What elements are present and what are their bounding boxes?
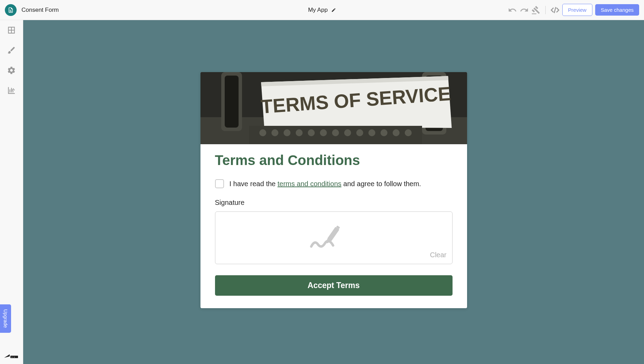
consent-label-prefix: I have read the	[230, 180, 278, 188]
svg-point-14	[284, 129, 290, 136]
page-name: Consent Form	[21, 7, 59, 14]
topbar-center: My App	[308, 7, 336, 14]
preview-button[interactable]: Preview	[562, 4, 592, 16]
consent-checkbox[interactable]	[215, 179, 224, 188]
svg-line-0	[554, 7, 555, 13]
svg-point-20	[356, 129, 363, 136]
signature-box[interactable]: Clear	[215, 211, 453, 264]
svg-point-17	[320, 129, 327, 136]
pencil-icon[interactable]	[331, 8, 336, 12]
divider	[545, 6, 546, 14]
app-name: My App	[308, 7, 328, 14]
clear-signature[interactable]: Clear	[430, 251, 447, 259]
svg-point-12	[259, 129, 266, 136]
topbar-right: Preview Save changes	[508, 4, 639, 16]
consent-label-suffix: and agree to follow them.	[341, 180, 421, 188]
sidebar: Upgrade >_<	[0, 20, 23, 364]
signature-placeholder-icon	[310, 224, 358, 252]
svg-point-18	[332, 129, 339, 136]
form-body: Terms and Conditions I have read the ter…	[200, 144, 467, 308]
hero-image: TERMS OF SERVICE	[200, 72, 467, 144]
form-title: Terms and Conditions	[215, 153, 453, 168]
consent-row: I have read the terms and conditions and…	[215, 179, 453, 188]
svg-rect-25	[327, 227, 339, 241]
svg-text:>_<: >_<	[11, 356, 15, 358]
form-card: TERMS OF SERVICE Terms and Conditions	[200, 72, 467, 308]
svg-marker-1	[4, 354, 10, 358]
signature-label: Signature	[215, 199, 453, 207]
gavel-icon[interactable]	[531, 6, 540, 15]
grid-icon[interactable]	[7, 26, 16, 35]
code-icon[interactable]	[551, 6, 560, 15]
save-button[interactable]: Save changes	[595, 4, 639, 16]
svg-point-22	[381, 129, 387, 136]
topbar-left: Consent Form	[5, 4, 59, 16]
svg-point-19	[344, 129, 351, 136]
canvas[interactable]: TERMS OF SERVICE Terms and Conditions	[23, 20, 644, 364]
brand-logo: >_<	[3, 352, 19, 359]
typewriter-illustration: TERMS OF SERVICE	[200, 72, 467, 144]
accept-button[interactable]: Accept Terms	[215, 275, 453, 296]
svg-rect-7	[225, 76, 239, 128]
upgrade-tab[interactable]: Upgrade	[0, 304, 11, 333]
app-logo[interactable]	[5, 4, 17, 16]
chart-icon[interactable]	[7, 86, 16, 95]
gear-icon[interactable]	[7, 66, 16, 75]
topbar: Consent Form My App Preview Save changes	[0, 0, 644, 20]
svg-point-24	[405, 129, 412, 136]
svg-point-13	[271, 129, 278, 136]
svg-point-16	[308, 129, 315, 136]
consent-label: I have read the terms and conditions and…	[230, 180, 421, 188]
redo-icon[interactable]	[520, 6, 529, 15]
brush-icon[interactable]	[7, 46, 16, 55]
undo-icon[interactable]	[508, 6, 517, 15]
main-wrapper: Upgrade >_< TERMS	[0, 20, 644, 364]
svg-point-15	[296, 129, 303, 136]
terms-link[interactable]: terms and conditions	[277, 180, 341, 188]
document-icon	[8, 7, 14, 13]
svg-point-21	[368, 129, 375, 136]
svg-point-23	[393, 129, 400, 136]
